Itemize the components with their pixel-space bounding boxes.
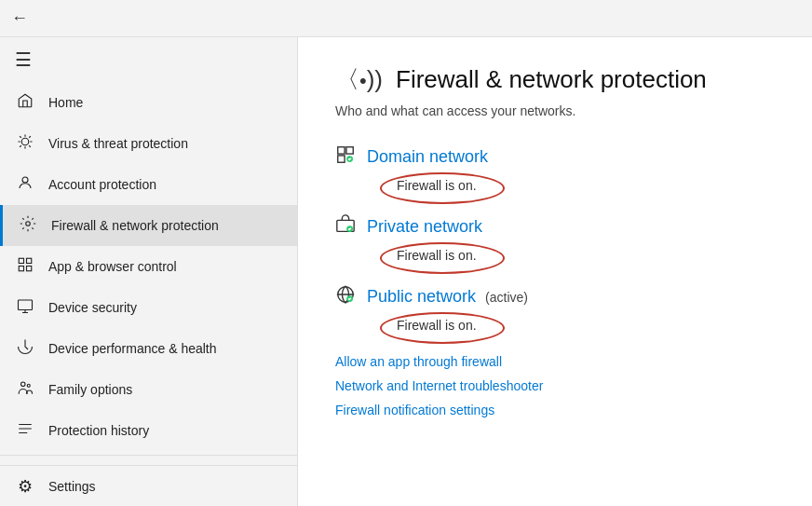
svg-rect-7 bbox=[19, 300, 33, 310]
domain-network-icon bbox=[335, 144, 356, 170]
svg-point-9 bbox=[27, 384, 30, 387]
sidebar-item-home[interactable]: Home bbox=[0, 82, 297, 123]
public-active-badge: (active) bbox=[485, 290, 528, 305]
sidebar-item-label-device-security: Device security bbox=[48, 300, 137, 315]
svg-point-8 bbox=[21, 382, 26, 387]
svg-point-2 bbox=[26, 221, 31, 226]
network-section-public: Public network(active)Firewall is on. bbox=[335, 284, 775, 334]
public-status-text: Firewall is on. bbox=[397, 318, 477, 333]
network-header-public: Public network(active) bbox=[335, 284, 775, 309]
sidebar-item-label-virus: Virus & threat protection bbox=[48, 136, 188, 151]
private-status-text: Firewall is on. bbox=[397, 248, 477, 263]
app-icon bbox=[15, 256, 35, 278]
back-button[interactable]: ← bbox=[11, 8, 28, 28]
sidebar: ☰ Home Virus & threat protection Account… bbox=[0, 37, 298, 506]
network-header-private: Private network bbox=[335, 214, 775, 239]
sidebar-item-label-home: Home bbox=[48, 95, 83, 110]
private-network-icon bbox=[335, 214, 356, 239]
svg-rect-4 bbox=[27, 258, 32, 263]
svg-point-0 bbox=[21, 138, 29, 145]
sidebar-item-performance[interactable]: Device performance & health bbox=[0, 328, 297, 369]
sidebar-item-device-security[interactable]: Device security bbox=[0, 287, 297, 328]
svg-rect-6 bbox=[27, 266, 32, 270]
page-header: 〈•)) Firewall & network protection bbox=[335, 63, 775, 96]
sidebar-item-account[interactable]: Account protection bbox=[0, 164, 297, 205]
sidebar-item-family[interactable]: Family options bbox=[0, 369, 297, 410]
sidebar-item-label-app: App & browser control bbox=[48, 259, 177, 274]
sidebar-nav: Home Virus & threat protection Account p… bbox=[0, 82, 297, 451]
network-section-private: Private networkFirewall is on. bbox=[335, 214, 775, 264]
domain-status-text: Firewall is on. bbox=[397, 178, 477, 193]
sidebar-item-label-history: Protection history bbox=[48, 423, 149, 438]
virus-icon bbox=[15, 133, 35, 155]
sidebar-divider bbox=[0, 455, 297, 456]
family-icon bbox=[15, 379, 35, 401]
domain-status: Firewall is on. bbox=[367, 177, 477, 194]
sidebar-item-label-performance: Device performance & health bbox=[48, 341, 217, 356]
sidebar-settings-label: Settings bbox=[48, 479, 96, 494]
top-bar: ← bbox=[0, 0, 812, 37]
performance-icon bbox=[15, 338, 35, 360]
sidebar-item-settings[interactable]: ⚙ Settings bbox=[0, 465, 297, 506]
page-header-icon: 〈•)) bbox=[335, 63, 383, 96]
device-security-icon bbox=[15, 297, 35, 319]
main-layout: ☰ Home Virus & threat protection Account… bbox=[0, 37, 812, 506]
public-network-icon bbox=[335, 284, 356, 309]
link-allow-app[interactable]: Allow an app through firewall bbox=[335, 354, 775, 369]
public-network-name[interactable]: Public network bbox=[367, 287, 476, 307]
svg-rect-12 bbox=[338, 156, 345, 162]
hamburger-menu[interactable]: ☰ bbox=[0, 37, 297, 82]
firewall-icon bbox=[18, 215, 38, 237]
account-icon bbox=[15, 174, 35, 196]
sidebar-item-virus[interactable]: Virus & threat protection bbox=[0, 123, 297, 164]
private-status: Firewall is on. bbox=[367, 247, 477, 264]
sidebar-item-label-firewall: Firewall & network protection bbox=[51, 218, 219, 233]
sidebar-item-app[interactable]: App & browser control bbox=[0, 246, 297, 287]
link-troubleshooter[interactable]: Network and Internet troubleshooter bbox=[335, 378, 775, 393]
main-content: 〈•)) Firewall & network protection Who a… bbox=[298, 37, 812, 506]
domain-network-name[interactable]: Domain network bbox=[367, 147, 488, 167]
svg-rect-11 bbox=[346, 147, 353, 154]
network-section-domain: Domain networkFirewall is on. bbox=[335, 144, 775, 194]
networks-container: Domain networkFirewall is on.Private net… bbox=[335, 144, 775, 334]
sidebar-item-label-family: Family options bbox=[48, 382, 132, 397]
private-network-name[interactable]: Private network bbox=[367, 217, 482, 237]
history-icon bbox=[15, 420, 35, 442]
page-subtitle: Who and what can access your networks. bbox=[335, 103, 775, 118]
svg-rect-5 bbox=[19, 266, 23, 270]
sidebar-item-firewall[interactable]: Firewall & network protection bbox=[0, 205, 297, 246]
public-status: Firewall is on. bbox=[367, 317, 477, 334]
svg-rect-10 bbox=[338, 147, 345, 154]
network-header-domain: Domain network bbox=[335, 144, 775, 170]
sidebar-item-history[interactable]: Protection history bbox=[0, 410, 297, 451]
settings-icon: ⚙ bbox=[15, 476, 35, 497]
page-title: Firewall & network protection bbox=[396, 65, 707, 94]
sidebar-item-label-account: Account protection bbox=[48, 177, 156, 192]
link-notifications[interactable]: Firewall notification settings bbox=[335, 403, 775, 417]
home-icon bbox=[15, 92, 35, 114]
svg-point-1 bbox=[22, 177, 28, 183]
links-section: Allow an app through firewallNetwork and… bbox=[335, 354, 775, 417]
svg-rect-3 bbox=[19, 258, 23, 263]
